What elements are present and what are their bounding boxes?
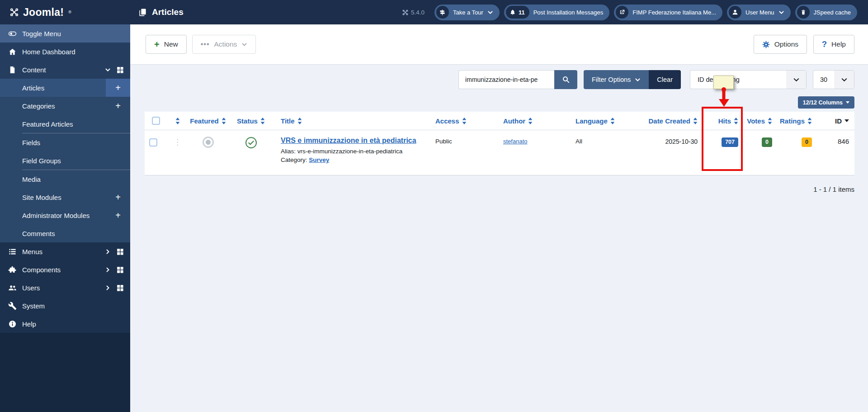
sidebar-item-site-modules[interactable]: Site Modules + xyxy=(0,188,130,206)
article-title-link[interactable]: VRS e immunizzazione in età pediatrica xyxy=(281,137,416,145)
cache-label: JSpeed cache xyxy=(814,9,851,16)
check-circle-icon xyxy=(245,137,257,149)
components-dashboard-grid-button[interactable] xyxy=(116,266,124,274)
chevron-down-icon xyxy=(105,67,111,73)
sidebar-item-administrator-modules[interactable]: Administrator Modules + xyxy=(0,206,130,224)
sidebar-item-menus[interactable]: Menus xyxy=(0,242,130,260)
select-all-checkbox[interactable] xyxy=(152,117,160,125)
sidebar-item-home-dashboard[interactable]: Home Dashboard xyxy=(0,43,130,61)
user-menu-button[interactable]: User Menu xyxy=(727,5,791,20)
sidebar-item-articles[interactable]: Articles + xyxy=(0,79,130,97)
categories-label: Categories xyxy=(0,102,106,110)
access-value: Public xyxy=(432,138,452,145)
author-link[interactable]: stefanato xyxy=(500,138,528,145)
votes-header[interactable]: Votes xyxy=(744,117,778,125)
add-article-button[interactable]: + xyxy=(106,79,130,97)
joomla-logo[interactable]: Joomla!® xyxy=(0,5,130,19)
chevron-right-icon xyxy=(105,285,111,291)
featured-toggle[interactable] xyxy=(203,137,214,148)
sidebar-item-system[interactable]: System xyxy=(0,297,130,315)
hits-badge: 707 xyxy=(722,137,738,147)
id-header[interactable]: ID xyxy=(818,117,854,125)
jspeed-cache-button[interactable]: JSpeed cache xyxy=(795,5,857,20)
clear-button[interactable]: Clear xyxy=(649,70,681,89)
post-installation-messages-button[interactable]: 11 Post Installation Messages xyxy=(504,5,609,20)
version-text: 5.4.0 xyxy=(411,9,425,16)
date-created-header[interactable]: Date Created xyxy=(635,117,703,125)
actions-button[interactable]: ••• Actions xyxy=(192,35,256,54)
hits-header[interactable]: Hits xyxy=(703,117,744,125)
sidebar-item-content[interactable]: Content xyxy=(0,61,130,79)
sidebar-lower-menu: Menus Components xyxy=(0,242,130,333)
new-label: New xyxy=(164,40,178,48)
drag-handle[interactable]: ⋮ xyxy=(174,138,181,146)
sidebar-item-featured-articles[interactable]: Featured Articles xyxy=(0,115,130,133)
row-checkbox[interactable] xyxy=(149,138,157,147)
site-preview-button[interactable]: FIMP Federazione Italiana Me... xyxy=(614,5,722,20)
status-header[interactable]: Status xyxy=(228,117,274,125)
sort-icon xyxy=(297,118,302,124)
sidebar-item-categories[interactable]: Categories + xyxy=(0,97,130,115)
new-button[interactable]: + New xyxy=(146,35,187,54)
sidebar-item-fields[interactable]: Fields xyxy=(0,133,130,152)
chevron-right-icon xyxy=(105,249,111,255)
sort-icon xyxy=(807,118,812,124)
add-category-button[interactable]: + xyxy=(106,97,130,115)
components-label: Components xyxy=(22,266,61,274)
options-label: Options xyxy=(774,40,798,48)
app-header: Joomla!® Articles 5.4.0 xyxy=(0,0,868,24)
messages-count-badge: 11 xyxy=(519,9,525,16)
ratings-header[interactable]: Ratings xyxy=(778,117,818,125)
user-icon xyxy=(729,6,741,19)
page-title-zone: Articles xyxy=(130,7,184,17)
title-header[interactable]: Title xyxy=(274,117,432,125)
featured-header[interactable]: Featured xyxy=(188,117,228,125)
ordering-sort-header[interactable] xyxy=(167,118,188,124)
wrench-icon xyxy=(8,302,17,310)
take-a-tour-button[interactable]: Take a Tour xyxy=(434,5,500,20)
columns-toggle-button[interactable]: 12/12 Columns xyxy=(798,96,854,109)
add-admin-module-button[interactable]: + xyxy=(106,206,130,224)
menus-dashboard-grid-button[interactable] xyxy=(116,248,124,256)
table-row: ⋮ VRS e immunizzazione in età pediatrica xyxy=(145,130,854,175)
add-site-module-button[interactable]: + xyxy=(106,188,130,206)
info-icon xyxy=(8,320,17,328)
user-menu-label: User Menu xyxy=(745,9,774,16)
help-button[interactable]: ? Help xyxy=(813,35,854,54)
sidebar-item-users[interactable]: Users xyxy=(0,279,130,297)
sidebar-item-comments[interactable]: Comments xyxy=(0,224,130,242)
puzzle-icon xyxy=(8,265,17,274)
published-status-toggle[interactable] xyxy=(245,137,257,151)
language-header-label: Language xyxy=(576,117,608,125)
external-link-icon xyxy=(616,6,628,19)
search-input[interactable] xyxy=(458,70,554,89)
sort-select[interactable]: ID descending xyxy=(690,70,807,89)
sidebar-item-field-groups[interactable]: Field Groups xyxy=(0,152,130,170)
menus-label: Menus xyxy=(22,248,42,256)
article-alias: Alias: vrs-e-immunizzazione-in-eta-pedia… xyxy=(281,148,402,155)
joomla-version: 5.4.0 xyxy=(402,9,425,16)
options-button[interactable]: Options xyxy=(754,35,807,54)
sidebar: Toggle Menu Home Dashboard Content xyxy=(0,24,130,412)
toggle-menu-button[interactable]: Toggle Menu xyxy=(0,24,130,43)
access-header[interactable]: Access xyxy=(432,117,500,125)
sidebar-item-media[interactable]: Media xyxy=(0,170,130,188)
category-link[interactable]: Survey xyxy=(309,156,329,163)
site-modules-label: Site Modules xyxy=(0,194,106,201)
search-button[interactable] xyxy=(554,70,577,89)
limit-select[interactable]: 30 xyxy=(813,70,854,89)
page-title: Articles xyxy=(152,7,184,17)
language-header[interactable]: Language xyxy=(572,117,635,125)
joomla-mini-icon xyxy=(402,9,408,15)
users-dashboard-grid-button[interactable] xyxy=(116,284,124,292)
author-header[interactable]: Author xyxy=(500,117,572,125)
sidebar-item-help[interactable]: Help xyxy=(0,315,130,333)
chevron-down-icon xyxy=(834,71,854,89)
filter-options-button[interactable]: Filter Options xyxy=(584,70,649,89)
sidebar-item-components[interactable]: Components xyxy=(0,260,130,279)
content-dashboard-grid-button[interactable] xyxy=(116,66,124,74)
ellipsis-icon: ••• xyxy=(201,40,210,48)
sort-icon xyxy=(528,118,533,124)
administrator-modules-label: Administrator Modules xyxy=(0,212,106,219)
chevron-down-icon xyxy=(487,9,493,15)
